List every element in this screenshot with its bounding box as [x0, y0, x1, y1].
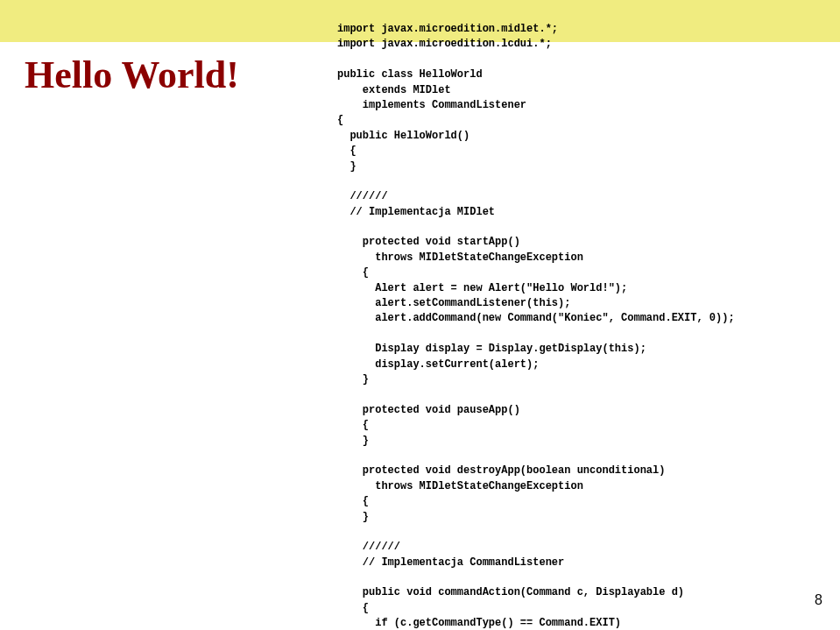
code-listing: import javax.microedition.midlet.*; impo… [337, 22, 810, 630]
slide-title: Hello World! [25, 53, 239, 97]
page-number: 8 [815, 592, 822, 608]
